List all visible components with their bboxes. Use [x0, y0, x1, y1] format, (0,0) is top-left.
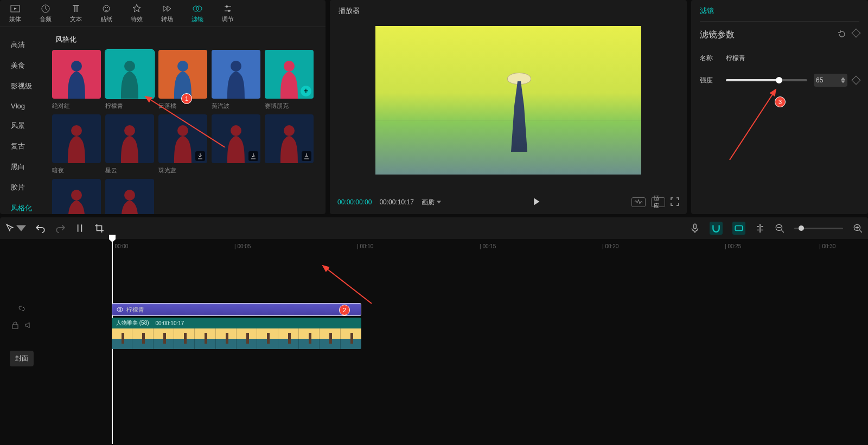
annotation-1: 1 — [181, 93, 192, 104]
tab-2[interactable]: 文本 — [61, 0, 91, 27]
svg-point-8 — [228, 10, 230, 12]
svg-point-6 — [196, 6, 202, 11]
ruler-tick: | 00:00 — [112, 243, 128, 249]
annotation-2: 2 — [339, 305, 350, 315]
filter-thumb-10[interactable] — [52, 179, 101, 214]
filter-thumb-4[interactable]: + — [265, 50, 314, 99]
category-1[interactable]: 美食 — [0, 55, 49, 76]
tab-4[interactable]: 特效 — [122, 0, 152, 27]
fullscreen-icon[interactable] — [671, 197, 679, 208]
filter-label: 珠光蓝 — [158, 163, 207, 175]
ruler-tick: | 00:20 — [602, 243, 618, 249]
ruler-tick: | 00:25 — [725, 243, 741, 249]
name-label: 名称 — [700, 54, 726, 63]
category-8[interactable]: 风格化 — [0, 198, 49, 214]
keyframe-icon[interactable] — [852, 28, 861, 37]
strength-label: 强度 — [700, 76, 726, 85]
svg-line-18 — [730, 89, 776, 160]
filter-thumb-2[interactable] — [158, 50, 207, 99]
link-icon[interactable] — [17, 304, 26, 315]
filter-thumb-3[interactable] — [212, 50, 260, 99]
quality-select[interactable]: 画质 — [422, 198, 441, 207]
tab-7[interactable]: 调节 — [213, 0, 243, 27]
filter-thumb-9[interactable] — [265, 114, 314, 163]
inspector-header: 滤镜参数 — [700, 29, 735, 41]
inspector-tab[interactable]: 滤镜 — [700, 0, 859, 22]
download-icon[interactable] — [302, 151, 311, 161]
filter-label: 绝对红 — [52, 99, 101, 110]
svg-rect-10 — [735, 226, 743, 231]
annotation-3: 3 — [775, 96, 786, 107]
zoom-out-icon[interactable] — [775, 223, 784, 233]
tab-3[interactable]: 贴纸 — [91, 0, 122, 27]
category-0[interactable]: 高清 — [0, 35, 49, 55]
category-3[interactable]: Vlog — [0, 96, 49, 115]
undo-icon[interactable] — [36, 223, 46, 233]
magnet-main-icon[interactable] — [710, 222, 723, 235]
ruler-tick: | 00:05 — [234, 243, 251, 249]
filter-label — [212, 163, 260, 166]
align-icon[interactable] — [755, 223, 765, 233]
svg-point-3 — [105, 7, 106, 8]
category-6[interactable]: 黑白 — [0, 157, 49, 177]
ruler-tick: | 00:15 — [480, 243, 496, 249]
filter-label: 暗夜 — [52, 163, 101, 175]
tab-6[interactable]: 滤镜 — [182, 0, 213, 27]
ruler-tick: | 00:10 — [357, 243, 373, 249]
redo-icon[interactable] — [55, 223, 65, 233]
magnet-track-icon[interactable] — [732, 222, 745, 235]
filter-thumb-11[interactable] — [105, 179, 154, 214]
waveform-icon[interactable] — [631, 197, 646, 207]
filter-thumb-1[interactable] — [105, 50, 154, 99]
category-7[interactable]: 胶片 — [0, 177, 49, 198]
fit-button[interactable]: 适应 — [651, 197, 665, 207]
split-icon[interactable] — [75, 223, 85, 233]
video-clip[interactable]: 人物唯美 (58) 00:00:10:17 — [112, 318, 361, 331]
category-4[interactable]: 风景 — [0, 115, 49, 136]
svg-line-16 — [145, 96, 225, 147]
reset-icon[interactable] — [838, 30, 846, 41]
svg-point-4 — [107, 7, 108, 8]
filter-label — [265, 163, 314, 166]
svg-point-2 — [103, 5, 110, 12]
strength-slider[interactable] — [726, 79, 807, 81]
svg-point-7 — [226, 5, 228, 8]
player-position: 00:00:00:00 — [337, 198, 372, 206]
mic-icon[interactable] — [690, 223, 700, 233]
category-5[interactable]: 复古 — [0, 136, 49, 157]
add-icon[interactable]: + — [301, 86, 311, 96]
category-2[interactable]: 影视级 — [0, 76, 49, 96]
cover-button[interactable]: 封面 — [10, 351, 34, 366]
tab-0[interactable]: 媒体 — [0, 0, 30, 27]
svg-point-5 — [193, 6, 199, 11]
strength-keyframe-icon[interactable] — [852, 76, 861, 85]
filter-thumb-5[interactable] — [52, 114, 101, 163]
preview-area[interactable] — [330, 22, 687, 190]
strength-input[interactable]: 65 — [814, 74, 847, 87]
download-icon[interactable] — [195, 151, 205, 161]
zoom-in-icon[interactable] — [853, 223, 863, 233]
zoom-slider[interactable] — [794, 228, 843, 229]
tab-1[interactable]: 音频 — [30, 0, 61, 27]
lock-icon[interactable] — [11, 321, 19, 331]
cursor-tool[interactable] — [5, 223, 26, 233]
player-title: 播放器 — [330, 0, 687, 22]
filter-name-value: 柠檬青 — [726, 54, 745, 63]
tab-5[interactable]: 转场 — [152, 0, 182, 27]
play-button[interactable] — [530, 196, 542, 209]
filter-thumb-0[interactable] — [52, 50, 101, 99]
mute-icon[interactable] — [24, 321, 32, 331]
svg-line-17 — [323, 266, 372, 304]
section-title: 风格化 — [52, 33, 322, 50]
filter-label: 星云 — [105, 163, 154, 175]
ruler-tick: | 00:30 — [819, 243, 835, 249]
filter-label: 赛博朋克 — [265, 99, 314, 110]
download-icon[interactable] — [248, 151, 258, 161]
svg-rect-9 — [694, 224, 697, 229]
player-duration: 00:00:10:17 — [379, 198, 413, 206]
crop-icon[interactable] — [94, 223, 104, 233]
svg-rect-13 — [12, 325, 18, 328]
